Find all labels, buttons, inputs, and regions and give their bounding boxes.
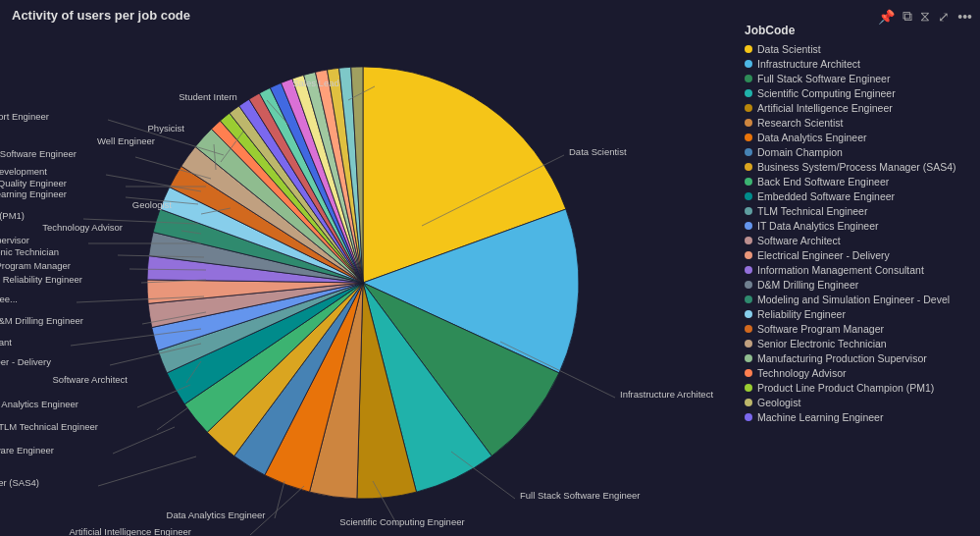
svg-text:IT Data Analytics Engineer: IT Data Analytics Engineer [0,399,78,409]
legend-item: Infrastructure Architect [745,58,980,70]
legend-item: Machine Learning Engineer [745,411,980,423]
svg-text:Embedded Software Engineer: Embedded Software Engineer [0,445,54,456]
svg-text:TLM Technical Engineer: TLM Technical Engineer [0,421,98,432]
svg-text:Desktop Software Engineer: Desktop Software Engineer [0,148,77,159]
svg-text:Physicist: Physicist [148,123,185,134]
legend-item: Manufacturing Production Supervisor [745,352,980,364]
legend-item: Geologist [745,397,980,408]
page-title: Activity of users per job code [12,8,190,23]
svg-text:Modeling and Simulation Engine: Modeling and Simulation Enginee... [0,294,18,304]
legend-item: Electrical Engineer - Delivery [745,249,980,261]
svg-text:Software Program Manager: Software Program Manager [0,260,71,271]
svg-text:Electrical Engineer - Delivery: Electrical Engineer - Delivery [0,356,51,367]
legend-item: Embedded Software Engineer [745,190,980,202]
legend-item: Business System/Process Manager (SAS4) [745,161,980,173]
legend-item: Product Line Product Champion (PM1) [745,382,980,394]
svg-text:Information Management Consult: Information Management Consultant [0,337,12,348]
svg-text:SIS Technical Sales Support En: SIS Technical Sales Support Engineer [0,111,49,122]
legend-item: Data Analytics Engineer [745,132,980,143]
more-icon[interactable]: ••• [957,9,972,25]
toolbar: 📌 ⧉ ⧖ ⤢ ••• [878,8,972,25]
svg-line-16 [157,407,188,430]
svg-text:Data Scientist: Data Scientist [569,146,627,157]
svg-text:Data Analytics Engineer: Data Analytics Engineer [167,509,266,520]
legend-item: IT Data Analytics Engineer [745,220,980,232]
legend-item: Full Stack Software Engineer [745,73,980,84]
legend-item: Research Scientist [745,117,980,129]
svg-text:Artificial Intelligence Engine: Artificial Intelligence Engineer [69,526,191,536]
legend-item: Data Scientist [745,43,980,55]
svg-text:Software Architect: Software Architect [52,374,128,385]
svg-text:Scientific Computing Engineer: Scientific Computing Engineer [339,516,464,527]
svg-line-10 [275,481,284,518]
filter-icon[interactable]: ⧖ [920,8,930,25]
svg-text:Electrical Engineer - Developm: Electrical Engineer - Development [0,166,47,177]
legend-title: JobCode [745,24,980,37]
svg-text:Manufacturing Production Super: Manufacturing Production Supervisor [0,235,29,245]
pie-chart: Data ScientistInfrastructure ArchitectFu… [0,29,746,536]
legend-item: TLM Technical Engineer [745,205,980,217]
copy-icon[interactable]: ⧉ [903,8,912,25]
legend: JobCode Data ScientistInfrastructure Arc… [745,24,980,534]
svg-text:Senior Electronic Technician: Senior Electronic Technician [0,246,59,257]
legend-item: Information Management Consultant [745,264,980,276]
legend-item: Domain Champion [745,146,980,158]
legend-item: Software Program Manager [745,323,980,335]
legend-item: Modeling and Simulation Engineer - Devel [745,294,980,305]
svg-line-12 [98,456,196,486]
svg-text:Infrastructure Architect: Infrastructure Architect [620,389,713,400]
svg-line-14 [113,427,175,454]
legend-item: Technology Advisor [745,367,980,379]
legend-item: Scientific Computing Engineer [745,87,980,99]
legend-item: Software Architect [745,235,980,246]
legend-item: Senior Electronic Technician [745,338,980,349]
svg-text:Machine Learning Engineer: Machine Learning Engineer [0,188,67,199]
svg-text:Well Engineer: Well Engineer [97,135,155,146]
svg-text:Field Service Quality Engineer: Field Service Quality Engineer [0,178,67,188]
svg-text:Technology Advisor: Technology Advisor [42,222,123,233]
expand-icon[interactable]: ⤢ [938,9,950,25]
svg-text:Reliability Engineer: Reliability Engineer [3,274,82,285]
legend-item: Back End Software Engineer [745,176,980,188]
pin-icon[interactable]: 📌 [878,9,895,25]
legend-item: D&M Drilling Engineer [745,279,980,291]
svg-text:Product Line Product Champion : Product Line Product Champion (PM1) [0,210,25,221]
svg-text:Sales Lead: Sales Lead [292,78,339,88]
legend-item: Artificial Intelligence Engineer [745,102,980,114]
svg-text:Business System/Process Manage: Business System/Process Manager (SAS4) [0,477,39,488]
svg-text:D&M Drilling Engineer: D&M Drilling Engineer [0,315,83,326]
legend-item: Reliability Engineer [745,308,980,320]
svg-text:Student Intern: Student Intern [179,91,237,102]
svg-text:Full Stack Software Engineer: Full Stack Software Engineer [520,490,641,501]
